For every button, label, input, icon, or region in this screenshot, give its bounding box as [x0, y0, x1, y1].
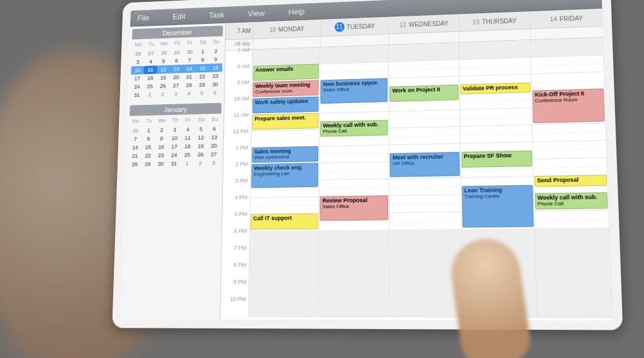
mini-calendar-day[interactable]: 20 [208, 141, 221, 150]
mini-calendar-day[interactable]: 9 [155, 134, 168, 143]
day-column[interactable]: Kick-Off Project IIConference RoomSend P… [530, 38, 613, 317]
mini-calendar-day[interactable]: 3 [131, 58, 145, 67]
mini-calendar-day[interactable]: 9 [209, 55, 223, 64]
mini-calendar-day[interactable]: 29 [196, 80, 209, 89]
mini-calendar-day[interactable]: 4 [144, 57, 157, 66]
day-column[interactable]: New business oppor.Sales OfficeWeekly ca… [319, 45, 390, 317]
calendar-event[interactable]: Weekly call with sub.Phone Call [320, 119, 388, 136]
day-header[interactable]: 11TUESDAY [320, 17, 389, 36]
mini-calendar-day[interactable]: 27 [144, 49, 157, 58]
mini-calendar-day[interactable]: 24 [167, 151, 180, 160]
calendar-event[interactable]: Sales meetingWeb conference [252, 146, 318, 163]
mini-calendar[interactable]: JanuaryMoTuWeThFrSaSu3112345678910111213… [128, 103, 221, 169]
mini-calendar-day[interactable]: 5 [157, 57, 170, 66]
calendar-event[interactable]: Send Proposal [535, 175, 608, 187]
calendar-event[interactable]: Prepare SF Show [461, 150, 532, 167]
mini-calendar-day[interactable]: 16 [155, 143, 168, 151]
day-header[interactable]: 13THURSDAY [458, 11, 530, 31]
mini-calendar-day[interactable]: 30 [209, 80, 222, 89]
mini-calendar-day[interactable]: 29 [141, 160, 154, 168]
mini-calendar-day[interactable]: 11 [144, 65, 157, 74]
mini-calendar-day[interactable]: 7 [129, 135, 142, 144]
mini-calendar-day[interactable]: 4 [181, 125, 194, 134]
menu-edit[interactable]: Edit [172, 12, 186, 21]
mini-calendar-day[interactable]: 3 [169, 90, 182, 99]
mini-calendar-day[interactable]: 2 [194, 159, 207, 168]
mini-calendar-day[interactable]: 20 [170, 73, 183, 82]
mini-calendar-day[interactable]: 1 [142, 126, 155, 135]
mini-calendar-day[interactable]: 11 [181, 134, 194, 143]
menu-help[interactable]: Help [289, 7, 305, 16]
mini-calendar-day[interactable]: 26 [194, 150, 207, 159]
mini-calendar-day[interactable]: 30 [183, 48, 196, 57]
mini-calendar-day[interactable]: 5 [195, 89, 208, 97]
calendar-event[interactable]: Kick-Off Project IIConference Room [532, 89, 604, 123]
mini-calendar-day[interactable]: 24 [130, 82, 143, 91]
mini-calendar-day[interactable]: 27 [169, 81, 182, 90]
mini-calendar-day[interactable]: 31 [130, 90, 143, 99]
calendar-event[interactable]: Meet with recruiterHR Office [390, 151, 460, 177]
mini-calendar-day[interactable]: 16 [209, 63, 222, 72]
mini-calendar-day[interactable]: 18 [181, 142, 194, 151]
calendar-event[interactable]: Weekly team meetingConference room [253, 80, 319, 97]
mini-calendar-day[interactable]: 12 [194, 133, 208, 142]
menu-task[interactable]: Task [209, 10, 225, 19]
mini-calendar-day[interactable]: 15 [196, 64, 209, 73]
mini-calendar-day[interactable]: 25 [143, 82, 157, 91]
mini-calendar-day[interactable]: 2 [156, 90, 169, 99]
mini-calendar-day[interactable]: 2 [155, 126, 168, 134]
mini-calendar-day[interactable]: 28 [128, 160, 141, 169]
mini-calendar-day[interactable]: 10 [131, 66, 144, 75]
mini-calendar-day[interactable]: 25 [180, 151, 194, 160]
mini-calendar-day[interactable]: 17 [131, 74, 144, 83]
calendar-event[interactable]: Lean TrainingTraining Center [462, 185, 533, 227]
mini-calendar-day[interactable]: 28 [157, 48, 170, 57]
mini-calendar-day[interactable]: 8 [196, 55, 209, 64]
mini-calendar-day[interactable]: 21 [128, 151, 142, 160]
menu-view[interactable]: View [248, 9, 265, 18]
mini-calendar-day[interactable]: 31 [129, 126, 142, 135]
mini-calendar-day[interactable]: 13 [208, 133, 221, 142]
mini-calendar-day[interactable]: 10 [168, 134, 181, 143]
mini-calendar-day[interactable]: 15 [142, 143, 155, 152]
mini-calendar-day[interactable]: 8 [142, 134, 155, 143]
calendar-event[interactable]: Validate PR process [460, 82, 531, 95]
day-header[interactable]: 12WEDNESDAY [389, 14, 458, 33]
mini-calendar-day[interactable]: 2 [209, 46, 223, 55]
mini-calendar-day[interactable]: 19 [194, 142, 208, 151]
mini-calendar-day[interactable]: 13 [170, 65, 183, 73]
calendar-event[interactable]: Call IT support [251, 214, 318, 230]
calendar-event[interactable]: Weekly call with sub.Phone Call [535, 192, 608, 209]
mini-calendar-day[interactable]: 1 [196, 47, 209, 56]
mini-calendar-day[interactable]: 3 [207, 158, 220, 167]
day-column[interactable]: Answer emailsWeekly team meetingConferen… [249, 48, 321, 317]
calendar-event[interactable]: Work on Project II [390, 84, 458, 102]
mini-calendar-day[interactable]: 6 [170, 57, 183, 65]
mini-calendar-day[interactable]: 4 [182, 89, 196, 98]
mini-calendar-day[interactable]: 3 [168, 126, 181, 134]
mini-calendar-day[interactable]: 22 [196, 72, 209, 81]
mini-calendar-day[interactable]: 26 [156, 82, 169, 90]
mini-calendar-day[interactable]: 21 [182, 73, 196, 82]
day-header[interactable]: 14FRIDAY [530, 9, 602, 29]
mini-calendar-day[interactable]: 6 [208, 89, 221, 97]
mini-calendar-day[interactable]: 22 [142, 151, 155, 160]
mini-calendar-day[interactable]: 14 [183, 64, 196, 73]
mini-calendar-day[interactable]: 5 [194, 125, 208, 134]
mini-calendar-day[interactable]: 18 [143, 73, 157, 82]
mini-calendar-day[interactable]: 29 [170, 48, 184, 57]
mini-calendar-day[interactable]: 1 [143, 90, 156, 99]
mini-calendar-day[interactable]: 31 [167, 160, 180, 168]
calendar-event[interactable]: Answer emails [253, 64, 319, 81]
mini-calendar-day[interactable]: 7 [183, 56, 196, 65]
mini-calendar-day[interactable]: 26 [131, 50, 145, 58]
mini-calendar-day[interactable]: 1 [180, 159, 194, 168]
calendar-event[interactable]: Work safety updates [252, 97, 318, 114]
mini-calendar-day[interactable]: 27 [207, 150, 220, 159]
day-header[interactable]: 10MONDAY [253, 19, 320, 38]
calendar-event[interactable]: Review ProposalSales Office [320, 195, 389, 220]
mini-calendar-day[interactable]: 6 [208, 124, 221, 133]
mini-calendar-day[interactable]: 23 [154, 151, 167, 160]
mini-calendar-day[interactable]: 14 [128, 143, 142, 152]
mini-calendar-day[interactable]: 28 [182, 81, 196, 90]
